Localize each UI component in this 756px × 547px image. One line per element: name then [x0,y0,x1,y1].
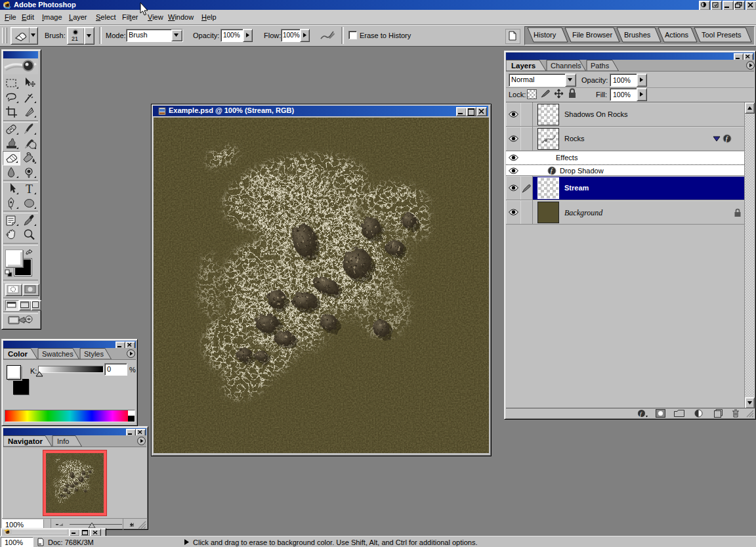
svg-text:Color: Color [8,350,28,358]
svg-text:Brushes: Brushes [624,31,651,39]
svg-text:Actions: Actions [665,31,689,39]
svg-text:Navigator: Navigator [8,437,43,445]
svg-text:Channels: Channels [551,62,581,70]
svg-text:Swatches: Swatches [42,350,74,358]
svg-text:History: History [534,31,556,39]
svg-text:Layers: Layers [511,62,536,70]
svg-text:Paths: Paths [591,62,610,70]
svg-text:Styles: Styles [84,350,104,358]
svg-text:Tool Presets: Tool Presets [702,31,742,39]
svg-text:Info: Info [57,437,69,445]
svg-text:T: T [26,183,33,196]
svg-text:File Browser: File Browser [572,31,612,39]
